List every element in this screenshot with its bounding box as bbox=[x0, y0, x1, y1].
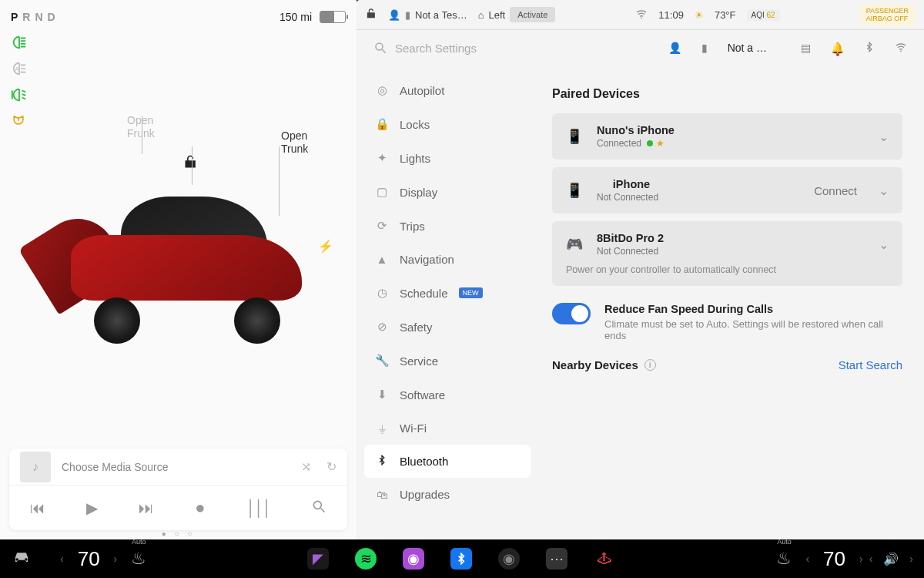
connect-button[interactable]: Connect bbox=[814, 184, 857, 197]
search-icon bbox=[373, 41, 387, 55]
device-row-8bitdo[interactable]: 🎮 8BitDo Pro 2 Not Connected ⌄ Power on … bbox=[552, 221, 902, 286]
nav-autopilot[interactable]: ◎Autopilot bbox=[364, 73, 531, 107]
device-row-nunos-iphone[interactable]: 📱 Nuno's iPhone Connected ★ ⌄ bbox=[552, 113, 902, 160]
notifications-icon[interactable]: 🔔 bbox=[831, 42, 844, 54]
vol-down[interactable]: ‹ bbox=[869, 553, 873, 565]
app-launcher: ◤ ≋ ◉ ◉ ⋯ 🕹 bbox=[307, 548, 615, 570]
repeat-icon[interactable]: ↻ bbox=[326, 459, 336, 474]
clock: 11:09 bbox=[658, 9, 684, 21]
passenger-temp[interactable]: 70 bbox=[823, 547, 845, 571]
battery-icon bbox=[320, 11, 346, 23]
podcasts-icon[interactable]: ◉ bbox=[403, 548, 424, 570]
phone-icon: 📱 bbox=[566, 128, 583, 145]
nav-navigation[interactable]: ▲Navigation bbox=[364, 243, 531, 276]
nav-service[interactable]: 🔧Service bbox=[364, 344, 531, 378]
nav-locks[interactable]: 🔒Locks bbox=[364, 107, 531, 141]
spotify-icon[interactable]: ≋ bbox=[355, 548, 377, 570]
clock-icon: ◷ bbox=[375, 286, 389, 300]
aqi-badge[interactable]: AQI 62 bbox=[747, 9, 780, 21]
device-helper: Power on your controller to automaticall… bbox=[566, 264, 889, 275]
driver-temp[interactable]: 70 bbox=[78, 547, 100, 571]
media-player: ♪ Choose Media Source ⤨ ↻ ⏮ ▶ ⏭ ● │││ bbox=[9, 449, 347, 530]
start-search-button[interactable]: Start Search bbox=[839, 358, 902, 371]
temp-up[interactable]: › bbox=[859, 553, 863, 565]
volume-icon[interactable]: 🔊 bbox=[883, 552, 899, 566]
car-visualization[interactable] bbox=[0, 108, 357, 393]
like-button[interactable]: ● bbox=[195, 498, 205, 518]
sentry-icon[interactable]: ▤ bbox=[801, 42, 811, 54]
gear-d: D bbox=[48, 11, 60, 23]
auto-highbeam-icon: A bbox=[11, 60, 28, 77]
headlight-icon bbox=[11, 34, 28, 51]
svg-point-6 bbox=[900, 50, 902, 52]
chevron-down-icon[interactable]: ⌄ bbox=[879, 237, 889, 252]
nav-app-icon[interactable]: ◤ bbox=[307, 548, 329, 570]
phone-key-icon[interactable]: ▮ bbox=[701, 42, 708, 54]
nav-safety[interactable]: ⊘Safety bbox=[364, 310, 531, 344]
next-track-button[interactable]: ⏭ bbox=[139, 499, 154, 517]
nav-bluetooth[interactable]: Bluetooth bbox=[364, 445, 531, 478]
arcade-icon[interactable]: 🕹 bbox=[594, 548, 615, 570]
device-row-iphone[interactable]: 📱 iPhone Not Connected Connect ⌄ bbox=[552, 167, 902, 213]
info-icon[interactable]: i bbox=[644, 359, 656, 371]
temp-up[interactable]: › bbox=[114, 553, 118, 565]
settings-header: Search Settings 👤 ▮ Not a … ▤ 🔔 bbox=[357, 30, 924, 66]
profile-name: Not a Tes… bbox=[415, 9, 467, 21]
steering-icon: ◎ bbox=[375, 83, 389, 97]
seat-heat-driver[interactable]: ♨ bbox=[131, 549, 146, 568]
dashcam-icon[interactable]: ◉ bbox=[498, 548, 520, 570]
nav-upgrades[interactable]: 🛍Upgrades bbox=[364, 478, 531, 511]
wifi-settings-icon[interactable] bbox=[895, 41, 907, 55]
page-dots[interactable]: ● ○ ○ bbox=[162, 529, 196, 538]
wifi-status-icon[interactable] bbox=[635, 8, 648, 22]
nav-display[interactable]: ▢Display bbox=[364, 175, 531, 209]
profile-selector[interactable]: 👤 ▮ Not a Tes… bbox=[388, 9, 467, 21]
bluetooth-status-icon[interactable] bbox=[864, 42, 875, 55]
reduce-fan-toggle-row: Reduce Fan Speed During Calls Climate mu… bbox=[552, 303, 902, 341]
prev-track-button[interactable]: ⏮ bbox=[30, 499, 45, 517]
auto-label: Auto bbox=[777, 538, 792, 546]
range-label: 150 mi bbox=[280, 11, 312, 23]
toggle-desc: Climate must be set to Auto. Settings wi… bbox=[604, 318, 902, 341]
paired-devices-title: Paired Devices bbox=[552, 87, 902, 101]
person-icon[interactable]: 👤 bbox=[668, 42, 681, 54]
svg-text:A: A bbox=[15, 66, 19, 72]
choose-media-source[interactable]: Choose Media Source bbox=[62, 461, 301, 473]
chevron-down-icon[interactable]: ⌄ bbox=[879, 129, 889, 144]
nav-lights[interactable]: ✦Lights bbox=[364, 141, 531, 175]
more-apps-icon[interactable]: ⋯ bbox=[546, 548, 567, 570]
chevron-down-icon[interactable]: ⌄ bbox=[879, 183, 889, 198]
settings-panel: 👤 ▮ Not a Tes… ⌂ Left Activate 11:09 ☀ 7… bbox=[357, 0, 924, 539]
svg-point-3 bbox=[641, 17, 642, 18]
temp-down[interactable]: ‹ bbox=[805, 553, 809, 565]
nav-wifi[interactable]: ⏚Wi-Fi bbox=[364, 412, 531, 445]
bluetooth-app-icon[interactable] bbox=[450, 548, 472, 570]
nav-software[interactable]: ⬇Software bbox=[364, 378, 531, 412]
bluetooth-icon bbox=[375, 455, 389, 468]
vol-up[interactable]: › bbox=[909, 553, 913, 565]
profile-mini[interactable]: Not a … bbox=[728, 42, 767, 54]
device-name: iPhone bbox=[597, 178, 666, 190]
warn-icon: ⊘ bbox=[375, 320, 389, 334]
homelink[interactable]: ⌂ Left Activate bbox=[478, 7, 556, 22]
seat-heat-passenger[interactable]: ♨ bbox=[776, 549, 792, 568]
lock-status-icon[interactable] bbox=[366, 8, 377, 22]
gear-r: R bbox=[22, 11, 35, 23]
temp-down[interactable]: ‹ bbox=[60, 553, 64, 565]
nav-schedule[interactable]: ◷ScheduleNEW bbox=[364, 276, 531, 310]
activate-button[interactable]: Activate bbox=[510, 7, 555, 22]
svg-line-5 bbox=[382, 49, 386, 53]
display-icon: ▢ bbox=[375, 185, 389, 199]
search-settings[interactable]: Search Settings bbox=[373, 41, 654, 55]
car-icon[interactable] bbox=[11, 546, 32, 573]
nav-trips[interactable]: ⟳Trips bbox=[364, 209, 531, 243]
play-button[interactable]: ▶ bbox=[86, 499, 98, 517]
foglight-icon bbox=[11, 86, 28, 103]
svg-point-4 bbox=[376, 43, 383, 50]
download-icon: ⬇ bbox=[375, 388, 389, 402]
temp-outside: 73°F bbox=[715, 9, 736, 21]
reduce-fan-toggle[interactable] bbox=[552, 303, 591, 324]
equalizer-button[interactable]: │││ bbox=[246, 499, 271, 517]
search-media-button[interactable] bbox=[311, 499, 326, 518]
shuffle-icon[interactable]: ⤨ bbox=[301, 459, 311, 474]
